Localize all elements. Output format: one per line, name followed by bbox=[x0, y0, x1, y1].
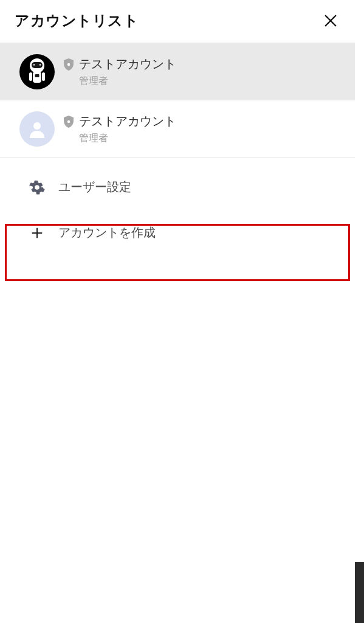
svg-point-9 bbox=[33, 122, 41, 130]
shield-icon bbox=[63, 116, 74, 128]
panel-header: アカウントリスト bbox=[0, 0, 355, 43]
plus-icon bbox=[29, 225, 45, 241]
svg-point-2 bbox=[33, 64, 35, 66]
account-name: テストアカウント bbox=[79, 56, 176, 72]
person-icon bbox=[28, 120, 46, 138]
svg-point-8 bbox=[67, 63, 70, 65]
svg-rect-5 bbox=[29, 72, 32, 81]
page-title: アカウントリスト bbox=[15, 11, 139, 30]
account-row[interactable]: テストアカウント 管理者 bbox=[0, 43, 355, 100]
option-label: ユーザー設定 bbox=[58, 179, 131, 195]
option-label: アカウントを作成 bbox=[58, 224, 156, 241]
account-name-line: テストアカウント bbox=[63, 56, 176, 72]
account-list-panel: アカウントリスト bbox=[0, 0, 355, 623]
close-button[interactable] bbox=[321, 11, 340, 30]
svg-rect-6 bbox=[42, 72, 45, 81]
astronaut-icon bbox=[25, 57, 49, 86]
options-section: ユーザー設定 アカウントを作成 bbox=[0, 158, 355, 256]
user-settings-option[interactable]: ユーザー設定 bbox=[0, 164, 355, 210]
account-name-line: テストアカウント bbox=[63, 113, 176, 130]
avatar bbox=[19, 111, 55, 147]
close-icon bbox=[324, 14, 337, 27]
account-name: テストアカウント bbox=[79, 113, 176, 130]
svg-rect-1 bbox=[32, 62, 43, 68]
account-text: テストアカウント 管理者 bbox=[63, 56, 176, 88]
account-list: テストアカウント 管理者 テストアカウント bbox=[0, 43, 355, 158]
account-role: 管理者 bbox=[79, 75, 176, 88]
create-account-option[interactable]: アカウントを作成 bbox=[0, 210, 355, 256]
account-row[interactable]: テストアカウント 管理者 bbox=[0, 100, 355, 158]
right-edge-dark bbox=[355, 562, 364, 623]
avatar bbox=[19, 54, 55, 89]
account-role: 管理者 bbox=[79, 132, 176, 145]
svg-rect-7 bbox=[35, 74, 39, 77]
gear-icon bbox=[29, 179, 45, 195]
svg-point-10 bbox=[67, 120, 70, 122]
account-text: テストアカウント 管理者 bbox=[63, 113, 176, 145]
shield-icon bbox=[63, 58, 74, 71]
right-edge-strip bbox=[355, 0, 364, 623]
svg-point-3 bbox=[39, 64, 41, 66]
